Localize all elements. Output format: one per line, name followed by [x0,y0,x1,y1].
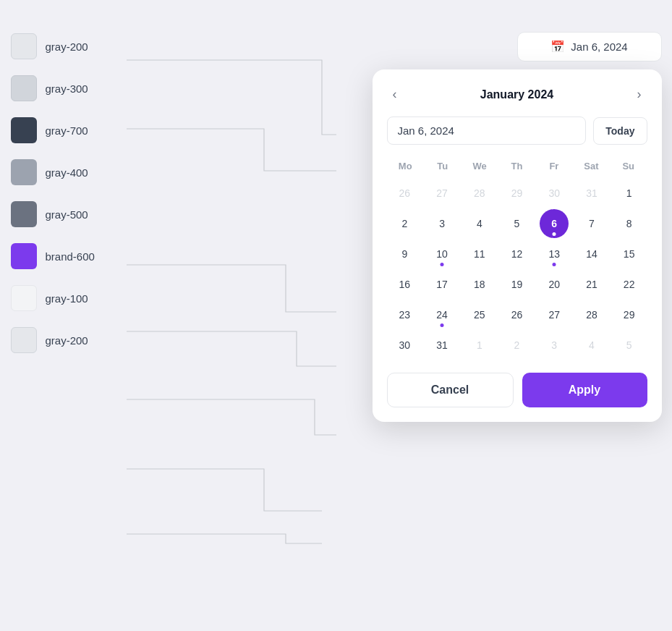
calendar-day[interactable]: 29 [502,179,531,208]
calendar-day[interactable]: 30 [390,331,419,360]
calendar-day[interactable]: 13 [540,240,569,268]
calendar-day[interactable]: 6 [540,209,569,238]
calendar-day[interactable]: 27 [540,300,569,329]
calendar-grid: 2627282930311234567891011121314151617181… [387,179,647,360]
swatch-item-gray-200: gray-200 [11,33,95,59]
swatch-label-brand-600: brand-600 [46,250,95,263]
calendar-day[interactable]: 19 [502,270,531,299]
calendar-day[interactable]: 4 [577,331,606,360]
swatch-item-gray-700: gray-700 [11,117,95,143]
day-dot [441,323,444,327]
calendar-day[interactable]: 2 [502,331,531,360]
calendar-day[interactable]: 30 [540,179,569,208]
calendar-day[interactable]: 12 [502,240,531,268]
calendar-day[interactable]: 31 [577,179,606,208]
calendar-day[interactable]: 4 [465,209,494,238]
day-header-we: We [461,156,498,176]
swatch-label-gray-300: gray-300 [46,82,88,95]
calendar-dropdown: ‹ January 2024 › Today MoTuWeThFrSatSu 2… [373,69,662,422]
calendar-day[interactable]: 28 [465,179,494,208]
swatch-item-gray-400: gray-400 [11,159,95,185]
calendar-day[interactable]: 24 [428,300,456,329]
cancel-button[interactable]: Cancel [387,373,514,407]
calendar-day[interactable]: 11 [465,240,494,268]
day-header-sat: Sat [573,156,610,176]
calendar-day[interactable]: 25 [465,300,494,329]
calendar-icon: 📅 [550,40,565,54]
calendar-day[interactable]: 21 [577,270,606,299]
swatch-color-gray-500 [11,201,37,227]
day-header-fr: Fr [535,156,572,176]
calendar-day[interactable]: 10 [428,240,456,268]
calendar-day[interactable]: 5 [615,331,644,360]
calendar-day[interactable]: 16 [390,270,419,299]
swatch-label-gray-500: gray-500 [46,208,88,221]
date-input-row: Today [387,117,647,145]
swatch-item-gray-200b: gray-200 [11,327,95,353]
calendar-header: ‹ January 2024 › [387,84,647,105]
swatch-color-gray-400 [11,159,37,185]
calendar-day[interactable]: 31 [428,331,456,360]
swatch-item-gray-300: gray-300 [11,75,95,101]
calendar-day[interactable]: 29 [615,300,644,329]
date-input[interactable] [387,117,587,145]
day-dot [441,263,444,266]
calendar-day[interactable]: 17 [428,270,456,299]
swatch-color-gray-200b [11,327,37,353]
swatch-color-brand-600 [11,243,37,269]
month-title: January 2024 [480,88,553,101]
swatch-color-gray-100 [11,285,37,311]
calendar-day[interactable]: 3 [540,331,569,360]
calendar-day[interactable]: 9 [390,240,419,268]
swatch-item-gray-100: gray-100 [11,285,95,311]
calendar-footer: Cancel Apply [387,373,647,407]
swatch-label-gray-400: gray-400 [46,166,88,179]
calendar-day[interactable]: 26 [502,300,531,329]
swatch-label-gray-700: gray-700 [46,124,88,137]
swatch-color-gray-700 [11,117,37,143]
day-dot [553,232,556,236]
day-header-mo: Mo [387,156,424,176]
calendar-day[interactable]: 7 [577,209,606,238]
today-button[interactable]: Today [593,117,647,145]
day-header-su: Su [610,156,647,176]
calendar-day[interactable]: 22 [615,270,644,299]
prev-month-button[interactable]: ‹ [387,84,403,105]
swatch-color-gray-200 [11,33,37,59]
date-trigger-label: Jan 6, 2024 [571,41,627,53]
next-month-button[interactable]: › [631,84,647,105]
calendar-day[interactable]: 2 [390,209,419,238]
swatch-label-gray-200b: gray-200 [46,334,88,347]
calendar-day[interactable]: 27 [428,179,456,208]
calendar-day[interactable]: 1 [615,179,644,208]
swatch-label-gray-200: gray-200 [46,41,88,53]
calendar-day[interactable]: 20 [540,270,569,299]
swatch-label-gray-100: gray-100 [46,292,88,305]
calendar-day[interactable]: 1 [465,331,494,360]
calendar-day[interactable]: 26 [390,179,419,208]
calendar-day[interactable]: 8 [615,209,644,238]
swatch-item-gray-500: gray-500 [11,201,95,227]
day-header-th: Th [498,156,535,176]
calendar-day[interactable]: 3 [428,209,456,238]
swatch-item-brand-600: brand-600 [11,243,95,269]
calendar-day[interactable]: 15 [615,240,644,268]
calendar-day[interactable]: 14 [577,240,606,268]
calendar-day[interactable]: 18 [465,270,494,299]
day-dot [553,263,556,266]
calendar-day[interactable]: 23 [390,300,419,329]
calendar-day[interactable]: 28 [577,300,606,329]
swatch-color-gray-300 [11,75,37,101]
day-headers: MoTuWeThFrSatSu [387,156,647,176]
day-header-tu: Tu [424,156,461,176]
apply-button[interactable]: Apply [522,373,647,407]
date-trigger-button[interactable]: 📅 Jan 6, 2024 [517,32,662,62]
calendar-day[interactable]: 5 [502,209,531,238]
